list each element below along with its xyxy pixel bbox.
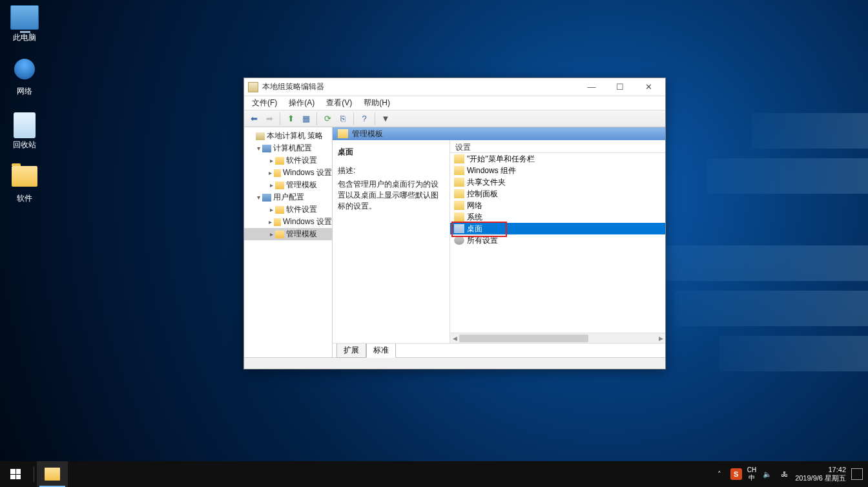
tree-user-config[interactable]: ▾用户配置 [244, 191, 332, 203]
list-item-label: Windows 组件 [467, 165, 516, 176]
desktop-icons: 此电脑 网络 回收站 软件 [0, 0, 52, 220]
volume-icon[interactable]: 🔈 [761, 468, 773, 480]
desktop-icon-label: 回收站 [0, 140, 49, 150]
tree-root[interactable]: 本地计算机 策略 [244, 130, 332, 142]
folder-icon [338, 129, 348, 138]
notification-center-icon[interactable] [851, 468, 863, 480]
taskbar: ˄ S CH 中 🔈 🖧 17:42 2019/9/6 星期五 [0, 461, 868, 487]
list-item-label: 共享文件夹 [467, 177, 506, 188]
titlebar[interactable]: 本地组策略编辑器 — ☐ ✕ [244, 78, 665, 96]
content-panel: 管理模板 桌面 描述: 包含管理用户的桌面行为的设置以及桌面上显示哪些默认图标的… [333, 127, 665, 357]
list-item[interactable]: 控制面板 [450, 188, 665, 200]
desktop-icon-this-pc[interactable]: 此电脑 [0, 5, 49, 43]
detail-pane: 桌面 描述: 包含管理用户的桌面行为的设置以及桌面上显示哪些默认图标的设置。 [333, 140, 450, 343]
ime-indicator[interactable]: CH 中 [747, 466, 756, 482]
column-header[interactable]: 设置 [450, 140, 665, 153]
list-item[interactable]: 共享文件夹 [450, 176, 665, 188]
desktop-icon-recycle-bin[interactable]: 回收站 [0, 112, 49, 150]
tree-item-admin-templates[interactable]: ▸管理模板 [244, 228, 332, 240]
desktop-icon-network[interactable]: 网络 [0, 59, 49, 97]
scroll-thumb[interactable] [459, 335, 588, 342]
list-item[interactable]: 桌面 [450, 223, 665, 234]
gear-icon [454, 236, 464, 245]
taskbar-item-explorer[interactable] [37, 461, 68, 487]
clock[interactable]: 17:42 2019/9/6 星期五 [795, 466, 846, 482]
menubar: 文件(F) 操作(A) 查看(V) 帮助(H) [244, 96, 665, 110]
folder-icon [454, 189, 464, 198]
list-item-label: 控制面板 [467, 189, 498, 200]
desktop-icon-label: 软件 [0, 193, 49, 204]
folder-icon [12, 166, 37, 187]
menu-help[interactable]: 帮助(H) [360, 96, 394, 110]
pc-icon [10, 5, 39, 30]
scroll-right-arrow[interactable]: ▶ [656, 333, 665, 344]
window-title: 本地组策略编辑器 [262, 81, 324, 92]
list-item[interactable]: Windows 组件 [450, 165, 665, 176]
menu-file[interactable]: 文件(F) [248, 96, 281, 110]
tree-item[interactable]: ▸软件设置 [244, 203, 332, 216]
tray-chevron-icon[interactable]: ˄ [714, 468, 725, 480]
desktop-icon-label: 网络 [0, 86, 49, 97]
network-tray-icon[interactable]: 🖧 [778, 468, 790, 480]
folder-icon [454, 224, 464, 233]
list-item-label: 网络 [467, 200, 482, 211]
content-header: 管理模板 [333, 127, 665, 140]
detail-desc-text: 包含管理用户的桌面行为的设置以及桌面上显示哪些默认图标的设置。 [338, 179, 444, 212]
filter-button[interactable]: ▼ [378, 112, 393, 126]
gpedit-window: 本地组策略编辑器 — ☐ ✕ 文件(F) 操作(A) 查看(V) 帮助(H) ⬅… [243, 78, 666, 369]
maximize-button[interactable]: ☐ [606, 79, 634, 96]
start-button[interactable] [0, 461, 31, 487]
folder-icon [45, 468, 60, 481]
ime-sogou-icon[interactable]: S [730, 468, 742, 480]
desktop-icon-label: 此电脑 [0, 32, 49, 43]
app-icon [248, 82, 258, 92]
properties-button[interactable]: ▦ [299, 112, 313, 126]
up-button[interactable]: ⬆ [284, 112, 298, 126]
bottom-tabs: 扩展 标准 [333, 343, 665, 357]
list-item[interactable]: 网络 [450, 200, 665, 211]
back-button[interactable]: ⬅ [247, 112, 261, 126]
folder-icon [454, 178, 464, 187]
folder-icon [454, 201, 464, 210]
system-tray: ˄ S CH 中 🔈 🖧 17:42 2019/9/6 星期五 [714, 461, 868, 487]
tree-item[interactable]: ▸Windows 设置 [244, 216, 332, 228]
desktop-icon-software-folder[interactable]: 软件 [0, 166, 49, 204]
list-pane: 设置 "开始"菜单和任务栏Windows 组件共享文件夹控制面板网络系统桌面所有… [450, 140, 665, 343]
list-item-label: 所有设置 [467, 235, 498, 246]
horizontal-scrollbar[interactable]: ◀ ▶ [450, 333, 665, 343]
tree-item[interactable]: ▸软件设置 [244, 154, 332, 167]
folder-icon [454, 212, 464, 222]
list-item-label: "开始"菜单和任务栏 [467, 154, 535, 165]
toolbar: ⬅ ➡ ⬆ ▦ ⟳ ⎘ ? ▼ [244, 110, 665, 127]
menu-action[interactable]: 操作(A) [285, 96, 318, 110]
folder-icon [454, 166, 464, 175]
list-item[interactable]: "开始"菜单和任务栏 [450, 153, 665, 165]
scroll-left-arrow[interactable]: ◀ [450, 333, 459, 344]
detail-title: 桌面 [338, 147, 444, 158]
minimize-button[interactable]: — [577, 79, 606, 96]
settings-list: "开始"菜单和任务栏Windows 组件共享文件夹控制面板网络系统桌面所有设置 [450, 153, 665, 333]
tree-panel: 本地计算机 策略 ▾计算机配置 ▸软件设置 ▸Windows 设置 ▸管理模板 … [244, 127, 333, 357]
tab-standard[interactable]: 标准 [366, 344, 396, 358]
folder-icon [454, 154, 464, 163]
content-header-label: 管理模板 [352, 129, 383, 140]
list-item-label: 桌面 [467, 223, 482, 234]
tab-extended[interactable]: 扩展 [336, 344, 366, 358]
refresh-button[interactable]: ⟳ [320, 112, 335, 126]
windows-logo-icon [10, 469, 21, 479]
forward-button: ➡ [262, 112, 276, 126]
recycle-bin-icon [14, 112, 36, 138]
close-button[interactable]: ✕ [634, 79, 663, 96]
network-icon [14, 59, 35, 79]
list-item-label: 系统 [467, 212, 482, 223]
detail-desc-label: 描述: [338, 165, 444, 176]
help-button[interactable]: ? [357, 112, 371, 126]
menu-view[interactable]: 查看(V) [322, 96, 356, 110]
list-item[interactable]: 系统 [450, 211, 665, 223]
tree-item[interactable]: ▸管理模板 [244, 179, 332, 191]
statusbar [244, 357, 665, 369]
tree-item[interactable]: ▸Windows 设置 [244, 167, 332, 179]
tree-computer-config[interactable]: ▾计算机配置 [244, 142, 332, 154]
list-item[interactable]: 所有设置 [450, 234, 665, 246]
export-button[interactable]: ⎘ [336, 112, 350, 126]
